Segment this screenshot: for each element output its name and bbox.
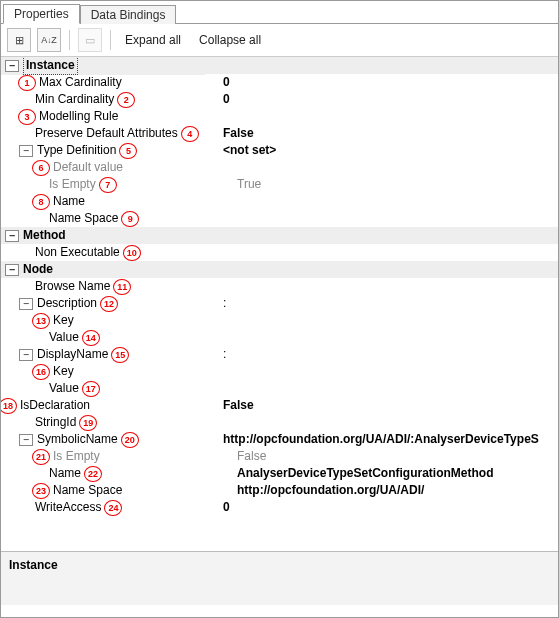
prop-value[interactable]: 0: [219, 91, 558, 108]
tab-properties[interactable]: Properties: [3, 4, 80, 24]
annotation-3: 3: [18, 109, 36, 125]
prop-label: SymbolicName: [37, 431, 118, 448]
prop-value[interactable]: False: [219, 397, 558, 414]
category-instance[interactable]: − Instance: [1, 57, 558, 74]
collapse-icon[interactable]: −: [19, 434, 33, 446]
document-icon: ▭: [85, 34, 95, 47]
prop-browse-name[interactable]: Browse Name 11: [1, 278, 558, 295]
category-label: Instance: [23, 57, 78, 75]
annotation-18: 18: [1, 398, 17, 414]
annotation-12: 12: [100, 296, 118, 312]
annotation-11: 11: [113, 279, 131, 295]
prop-writeaccess[interactable]: WriteAccess 24 0: [1, 499, 558, 516]
annotation-24: 24: [104, 500, 122, 516]
collapse-icon[interactable]: −: [19, 349, 33, 361]
prop-symbolicname[interactable]: − SymbolicName 20 http://opcfoundation.o…: [1, 431, 558, 448]
prop-displayname-value[interactable]: Value 17: [1, 380, 558, 397]
prop-modelling-rule[interactable]: 3 Modelling Rule: [1, 108, 558, 125]
tab-data-bindings[interactable]: Data Bindings: [80, 5, 177, 24]
collapse-all-button[interactable]: Collapse all: [193, 31, 267, 49]
annotation-14: 14: [82, 330, 100, 346]
prop-description-value[interactable]: Value 14: [1, 329, 558, 346]
category-method[interactable]: − Method: [1, 227, 558, 244]
new-button[interactable]: ▭: [78, 28, 102, 52]
prop-label: IsDeclaration: [20, 397, 90, 414]
prop-min-cardinality[interactable]: Min Cardinality 2 0: [1, 91, 558, 108]
annotation-21: 21: [32, 449, 50, 465]
prop-label: Description: [37, 295, 97, 312]
prop-label: Name Space: [53, 482, 122, 499]
annotation-10: 10: [123, 245, 141, 261]
collapse-icon[interactable]: −: [5, 230, 19, 242]
prop-displayname[interactable]: − DisplayName 15 :: [1, 346, 558, 363]
prop-stringid[interactable]: StringId 19: [1, 414, 558, 431]
collapse-icon[interactable]: −: [19, 298, 33, 310]
annotation-16: 16: [32, 364, 50, 380]
prop-value[interactable]: 0: [219, 74, 558, 91]
collapse-icon[interactable]: −: [5, 60, 19, 72]
prop-name-space[interactable]: Name Space 9: [1, 210, 558, 227]
prop-label: Max Cardinality: [39, 74, 122, 91]
prop-description[interactable]: − Description 12 :: [1, 295, 558, 312]
prop-label: Type Definition: [37, 142, 116, 159]
prop-sym-name[interactable]: Name 22 AnalyserDeviceTypeSetConfigurati…: [1, 465, 558, 482]
prop-value[interactable]: :: [219, 346, 558, 363]
collapse-icon[interactable]: −: [5, 264, 19, 276]
prop-value[interactable]: 0: [219, 499, 558, 516]
prop-sym-namespace[interactable]: 23 Name Space http://opcfoundation.org/U…: [1, 482, 558, 499]
prop-label: Non Executable: [35, 244, 120, 261]
annotation-5: 5: [119, 143, 137, 159]
prop-max-cardinality[interactable]: 1 Max Cardinality 0: [1, 74, 558, 91]
description-title: Instance: [9, 558, 550, 572]
prop-type-definition[interactable]: − Type Definition 5 <not set>: [1, 142, 558, 159]
category-label: Node: [23, 261, 53, 278]
prop-non-executable[interactable]: Non Executable 10: [1, 244, 558, 261]
description-panel: Instance: [1, 551, 558, 605]
annotation-23: 23: [32, 483, 50, 499]
alpha-sort-button[interactable]: A↓Z: [37, 28, 61, 52]
prop-label: Browse Name: [35, 278, 110, 295]
annotation-2: 2: [117, 92, 135, 108]
prop-value[interactable]: True: [233, 176, 558, 193]
prop-label: StringId: [35, 414, 76, 431]
prop-value[interactable]: :: [219, 295, 558, 312]
toolbar: A↓Z ▭ Expand all Collapse all: [1, 24, 558, 57]
prop-label: Key: [53, 312, 74, 329]
categorized-button[interactable]: [7, 28, 31, 52]
prop-default-value[interactable]: 6 Default value: [1, 159, 558, 176]
property-grid: − Instance 1 Max Cardinality 0 Min Cardi…: [1, 57, 558, 551]
prop-label: Value: [49, 329, 79, 346]
prop-label: Default value: [53, 159, 123, 176]
prop-displayname-key[interactable]: 16 Key: [1, 363, 558, 380]
prop-description-key[interactable]: 13 Key: [1, 312, 558, 329]
prop-label: DisplayName: [37, 346, 108, 363]
categorized-icon: [15, 34, 24, 47]
prop-label: Name: [53, 193, 85, 210]
category-node[interactable]: − Node: [1, 261, 558, 278]
expand-all-button[interactable]: Expand all: [119, 31, 187, 49]
annotation-6: 6: [32, 160, 50, 176]
collapse-icon[interactable]: −: [19, 145, 33, 157]
prop-value[interactable]: http://opcfoundation.org/UA/ADI/: [233, 482, 558, 499]
annotation-17: 17: [82, 381, 100, 397]
prop-value[interactable]: False: [233, 448, 558, 465]
prop-is-empty[interactable]: Is Empty 7 True: [1, 176, 558, 193]
annotation-13: 13: [32, 313, 50, 329]
prop-value[interactable]: AnalyserDeviceTypeSetConfigurationMethod: [233, 465, 558, 482]
prop-value[interactable]: http://opcfoundation.org/UA/ADI/:Analyse…: [219, 431, 558, 448]
prop-label: Value: [49, 380, 79, 397]
prop-isdeclaration[interactable]: 18 IsDeclaration False: [1, 397, 558, 414]
toolbar-separator: [110, 30, 111, 50]
prop-preserve-default-attributes[interactable]: Preserve Default Attributes 4 False: [1, 125, 558, 142]
prop-name[interactable]: 8 Name: [1, 193, 558, 210]
prop-value[interactable]: False: [219, 125, 558, 142]
prop-value[interactable]: <not set>: [219, 142, 558, 159]
prop-sym-isempty[interactable]: 21 Is Empty False: [1, 448, 558, 465]
category-label: Method: [23, 227, 66, 244]
prop-label: Min Cardinality: [35, 91, 114, 108]
prop-label: Modelling Rule: [39, 108, 118, 125]
prop-label: Key: [53, 363, 74, 380]
toolbar-separator: [69, 30, 70, 50]
prop-label: Is Empty: [53, 448, 100, 465]
annotation-22: 22: [84, 466, 102, 482]
